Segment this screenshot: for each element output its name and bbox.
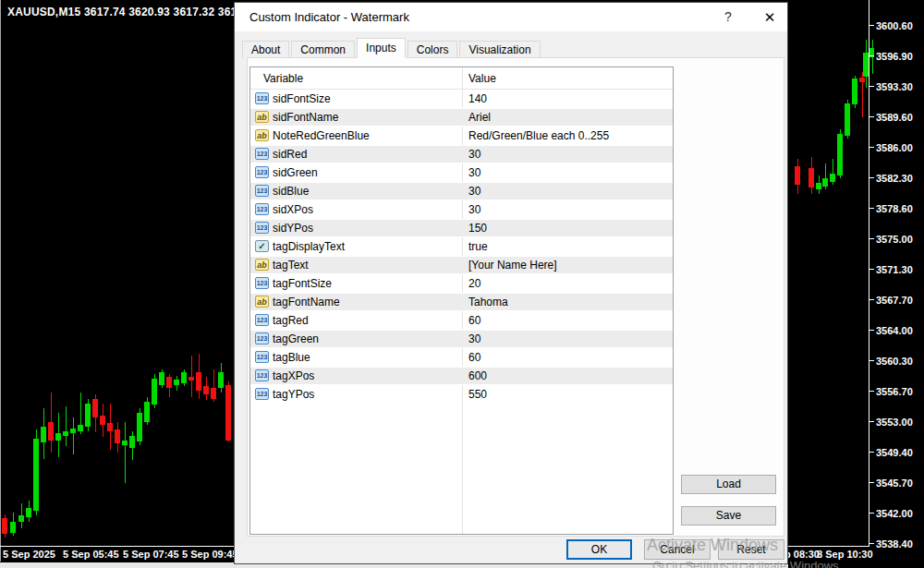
param-value[interactable]: Ariel — [468, 108, 491, 127]
table-row[interactable]: 123sidRed30 — [250, 145, 673, 163]
table-row[interactable]: 123tagRed60 — [250, 311, 673, 330]
tab-about[interactable]: About — [242, 41, 289, 58]
param-value[interactable]: 30 — [468, 182, 480, 200]
candle-wick — [66, 406, 67, 446]
candle-body — [816, 183, 821, 189]
price-tick — [869, 330, 874, 331]
help-button[interactable]: ? — [715, 3, 741, 31]
candle-body — [795, 166, 800, 185]
candle-body — [26, 508, 31, 517]
param-name: NoteRedGreenBlue — [273, 127, 370, 145]
table-row[interactable]: 123tagFontSize20 — [250, 274, 673, 293]
param-value[interactable]: Red/Green/Blue each 0..255 — [468, 127, 609, 145]
str-type-icon: ab — [255, 259, 269, 271]
param-value[interactable]: 30 — [468, 145, 480, 163]
tab-visualization[interactable]: Visualization — [459, 41, 540, 58]
candle-body — [859, 78, 865, 82]
candle-body — [137, 413, 142, 441]
param-name: sidBlue — [273, 182, 309, 200]
close-icon[interactable]: ✕ — [752, 3, 787, 31]
table-row[interactable]: abNoteRedGreenBlueRed/Green/Blue each 0.… — [250, 127, 673, 145]
str-type-icon: ab — [255, 129, 269, 141]
candle-body — [63, 431, 68, 436]
table-row[interactable]: absidFontNameAriel — [250, 108, 673, 127]
param-value[interactable]: 60 — [468, 348, 480, 367]
candle-body — [837, 134, 843, 175]
price-tick — [869, 513, 874, 514]
param-value[interactable]: 150 — [468, 219, 487, 237]
table-row[interactable]: 123tagYPos550 — [250, 385, 673, 404]
candle-body — [78, 425, 83, 431]
price-label: 3578.60 — [876, 203, 913, 214]
candle-body — [822, 178, 828, 187]
candle-body — [166, 377, 172, 388]
table-row[interactable]: ✓tagDisplayTexttrue — [250, 237, 673, 256]
table-header: Variable Value — [250, 67, 673, 90]
price-label: 3596.90 — [876, 51, 913, 62]
param-value[interactable]: 30 — [468, 200, 480, 219]
dialog-title: Custom Indicator - Watermark — [249, 3, 409, 31]
param-value[interactable]: 140 — [468, 90, 487, 108]
tab-colors[interactable]: Colors — [407, 41, 458, 58]
param-value[interactable]: 60 — [468, 311, 480, 330]
candle-body — [41, 427, 46, 442]
price-label: 3564.00 — [876, 325, 913, 336]
table-row[interactable]: 123sidFontSize140 — [250, 90, 673, 108]
num-type-icon: 123 — [255, 203, 269, 215]
param-value[interactable]: 30 — [468, 163, 480, 182]
param-value[interactable]: Tahoma — [468, 293, 508, 311]
param-value[interactable]: 550 — [468, 385, 487, 404]
dialog-tabs: AboutCommonInputsColorsVisualization — [242, 38, 542, 58]
num-type-icon: 123 — [255, 369, 269, 381]
param-name: sidFontSize — [273, 90, 331, 108]
param-name: tagGreen — [273, 330, 319, 348]
load-button[interactable]: Load — [681, 475, 776, 494]
time-label: 5 Sep 09:45 — [182, 549, 238, 560]
dialog-titlebar[interactable]: Custom Indicator - Watermark ? ✕ — [235, 3, 787, 31]
str-type-icon: ab — [255, 296, 269, 308]
param-value[interactable]: 20 — [468, 274, 480, 293]
tab-common[interactable]: Common — [291, 41, 355, 58]
bool-type-icon: ✓ — [255, 240, 269, 252]
table-row[interactable]: 123tagBlue60 — [250, 348, 673, 367]
price-tick — [869, 452, 874, 453]
price-tick — [869, 177, 874, 178]
param-value[interactable]: 30 — [468, 330, 480, 348]
reset-button[interactable]: Reset — [718, 539, 784, 560]
table-row[interactable]: 123tagXPos600 — [250, 367, 673, 385]
ok-button[interactable]: OK — [566, 539, 632, 560]
param-name: sidGreen — [273, 163, 318, 182]
table-row[interactable]: 123sidGreen30 — [250, 163, 673, 182]
table-row[interactable]: abtagFontNameTahoma — [250, 293, 673, 311]
table-row[interactable]: 123sidBlue30 — [250, 182, 673, 200]
candle-body — [181, 372, 187, 383]
cancel-button[interactable]: Cancel — [644, 539, 711, 560]
num-type-icon: 123 — [255, 166, 269, 178]
param-value[interactable]: 600 — [468, 367, 487, 385]
price-tick — [869, 116, 874, 117]
candle-body — [225, 385, 231, 441]
candle-body — [129, 436, 135, 448]
param-name: tagBlue — [273, 348, 310, 367]
candle-body — [830, 174, 835, 182]
param-name: tagYPos — [273, 385, 314, 404]
param-value[interactable]: [Your Name Here] — [468, 256, 557, 274]
time-label: 5 Sep 07:45 — [123, 549, 179, 560]
param-name: tagFontSize — [273, 274, 332, 293]
price-label: 3545.70 — [876, 477, 913, 489]
candle-body — [159, 372, 164, 385]
price-tick — [869, 238, 874, 239]
save-button[interactable]: Save — [681, 506, 776, 526]
header-variable: Variable — [263, 67, 303, 90]
table-row[interactable]: 123sidXPos30 — [250, 200, 673, 219]
table-row[interactable]: 123sidYPos150 — [250, 219, 673, 237]
table-row[interactable]: abtagText[Your Name Here] — [250, 256, 673, 274]
tab-inputs[interactable]: Inputs — [357, 38, 406, 58]
table-row[interactable]: 123tagGreen30 — [250, 330, 673, 348]
price-tick — [869, 391, 874, 392]
param-value[interactable]: true — [468, 237, 488, 256]
price-label: 3556.70 — [876, 386, 913, 397]
candle-body — [218, 372, 224, 388]
price-tick — [869, 299, 874, 300]
price-label: 3582.30 — [876, 173, 913, 184]
